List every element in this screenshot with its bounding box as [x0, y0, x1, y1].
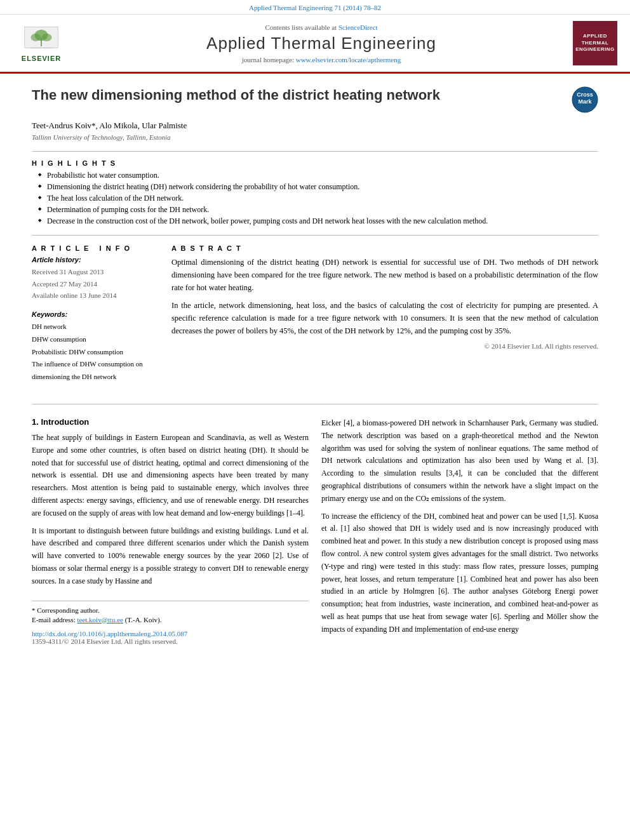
keyword-2: DHW consumption [32, 333, 159, 346]
corresponding-author: * Corresponding author. [32, 606, 309, 614]
abstract-section: A B S T R A C T Optimal dimensioning of … [171, 244, 598, 392]
email-link[interactable]: teet.koiv@ttu.ee [77, 616, 123, 623]
keywords-label: Keywords: [32, 310, 159, 318]
homepage-link[interactable]: www.elsevier.com/locate/apthermeng [296, 56, 401, 63]
article-title: The new dimensioning method of the distr… [32, 86, 559, 105]
article-info-label: A R T I C L E I N F O [32, 244, 159, 252]
journal-homepage: journal homepage: www.elsevier.com/locat… [70, 56, 573, 63]
authors: Teet-Andrus Koiv*, Alo Mikola, Ular Palm… [32, 121, 598, 131]
history-block: Article history: Received 31 August 2013… [32, 256, 159, 302]
accepted-date: Accepted 27 May 2014 [32, 278, 159, 290]
crossmark-badge[interactable]: Cross Mark [572, 86, 598, 116]
journal-header: ELSEVIER Contents lists available at Sci… [0, 15, 630, 74]
citation-bar: Applied Thermal Engineering 71 (2014) 78… [0, 0, 630, 15]
divider-2 [32, 235, 598, 236]
divider-1 [32, 151, 598, 152]
intro-para-2: It is important to distinguish between f… [32, 525, 309, 588]
highlight-item: Determination of pumping costs for the D… [38, 205, 598, 215]
doi-line: http://dx.doi.org/10.1016/j.applthermale… [32, 630, 309, 637]
abstract-text: Optimal dimensioning of the district hea… [171, 256, 598, 337]
article-info-abstract: A R T I C L E I N F O Article history: R… [32, 244, 598, 392]
svg-text:Mark: Mark [578, 98, 592, 105]
highlights-section: H I G H L I G H T S Probabilistic hot wa… [32, 159, 598, 226]
right-column: Eicker [4], a biomass-powered DH network… [321, 417, 598, 645]
highlight-item: The heat loss calculation of the DH netw… [38, 194, 598, 203]
title-row: The new dimensioning method of the distr… [32, 86, 598, 116]
svg-point-3 [30, 34, 41, 41]
issn-line: 1359-4311/© 2014 Elsevier Ltd. All right… [32, 637, 309, 645]
keyword-3: Probabilistic DHW consumption [32, 346, 159, 359]
email-line: E-mail address: teet.koiv@ttu.ee (T.-A. … [32, 616, 309, 623]
crossmark-icon: Cross Mark [572, 86, 598, 113]
keyword-4: The influence of DHW consumption on dime… [32, 358, 159, 383]
sciencedirect-link[interactable]: ScienceDirect [338, 23, 378, 31]
available-date: Available online 13 June 2014 [32, 290, 159, 302]
history-label: Article history: [32, 256, 159, 263]
affiliation: Tallinn University of Technology, Tallin… [32, 133, 598, 141]
right-para-2: To increase the efficiency of the DH, co… [321, 510, 598, 636]
highlight-item: Probabilistic hot water consumption. [38, 171, 598, 180]
article-info: A R T I C L E I N F O Article history: R… [32, 244, 159, 392]
highlight-item: Decrease in the construction cost of the… [38, 217, 598, 226]
journal-title: Applied Thermal Engineering [70, 34, 573, 53]
svg-text:Cross: Cross [577, 91, 593, 98]
highlights-list: Probabilistic hot water consumption. Dim… [32, 171, 598, 226]
doi-link[interactable]: http://dx.doi.org/10.1016/j.applthermale… [32, 630, 187, 637]
elsevier-logo: ELSEVIER [13, 24, 70, 62]
copyright: © 2014 Elsevier Ltd. All rights reserved… [171, 342, 598, 350]
keywords-block: Keywords: DH network DHW consumption Pro… [32, 310, 159, 383]
divider-3 [32, 404, 598, 404]
keyword-1: DH network [32, 321, 159, 333]
footer-links: http://dx.doi.org/10.1016/j.applthermale… [32, 630, 309, 645]
sciencedirect-line: Contents lists available at ScienceDirec… [70, 23, 573, 31]
received-date: Received 31 August 2013 [32, 266, 159, 278]
abstract-label: A B S T R A C T [171, 244, 598, 252]
intro-text-right: Eicker [4], a biomass-powered DH network… [321, 417, 598, 636]
main-body: 1. Introduction The heat supply of build… [32, 417, 598, 645]
elsevier-logo-svg [16, 24, 67, 55]
intro-para-1: The heat supply of buildings in Eastern … [32, 432, 309, 520]
left-column: 1. Introduction The heat supply of build… [32, 417, 309, 645]
content-area: The new dimensioning method of the distr… [0, 74, 630, 658]
abstract-para-1: Optimal dimensioning of the district hea… [171, 256, 598, 294]
elsevier-wordmark: ELSEVIER [22, 55, 61, 62]
svg-point-4 [42, 34, 52, 41]
corner-journal-logo: APPLIED THERMAL ENGINEERING [573, 21, 617, 65]
footnote-area: * Corresponding author. E-mail address: … [32, 601, 309, 623]
citation-text: Applied Thermal Engineering 71 (2014) 78… [249, 4, 381, 11]
intro-heading: 1. Introduction [32, 417, 309, 427]
highlight-item: Dimensioning the district heating (DH) n… [38, 182, 598, 192]
intro-text: The heat supply of buildings in Eastern … [32, 432, 309, 588]
abstract-para-2: In the article, network dimensioning, he… [171, 299, 598, 337]
right-para-1: Eicker [4], a biomass-powered DH network… [321, 417, 598, 505]
highlights-label: H I G H L I G H T S [32, 159, 598, 167]
journal-center: Contents lists available at ScienceDirec… [70, 23, 573, 63]
